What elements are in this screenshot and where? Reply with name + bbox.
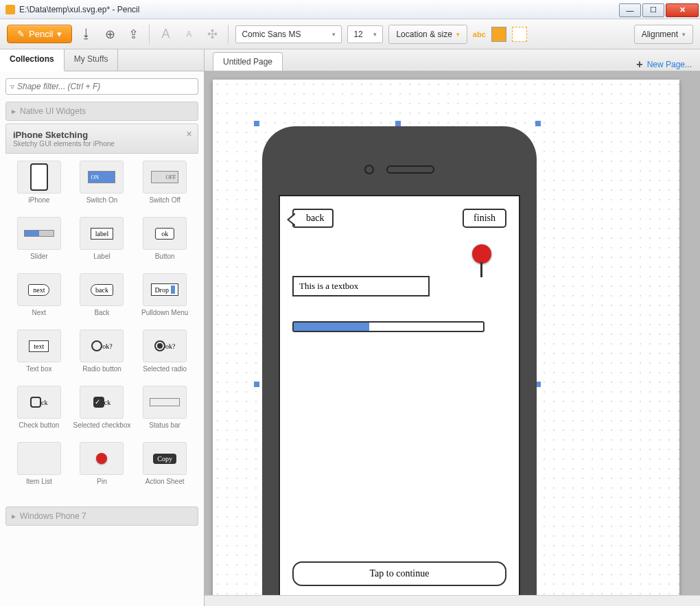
plus-icon: + <box>636 58 642 71</box>
maximize-button[interactable]: ☐ <box>642 3 664 17</box>
location-size-button[interactable]: Location & size ▾ <box>388 25 467 44</box>
page-tabs: Untitled Page + New Page... <box>205 49 700 71</box>
collection-title: iPhone Sketching <box>13 130 191 140</box>
selection-handle-icon[interactable] <box>535 121 541 126</box>
caret-down-icon: ▾ <box>332 31 336 38</box>
shape-switch-on[interactable]: ONSwitch On <box>71 159 133 213</box>
shape-textbox[interactable]: textText box <box>8 328 70 382</box>
tab-collections[interactable]: Collections <box>0 49 65 71</box>
shape-check[interactable]: ckCheck button <box>8 384 70 438</box>
collection-wp7[interactable]: ▸ Windows Phone 7 <box>5 506 198 526</box>
new-page-button[interactable]: + New Page... <box>636 58 692 71</box>
shape-next[interactable]: nextNext <box>8 272 70 325</box>
shape-selected-check[interactable]: ✓ ckSelected checkbox <box>71 384 133 438</box>
caret-down-icon: ▾ <box>373 31 377 38</box>
main-toolbar: ✎ Pencil ▾ ⭳ ⊕ ⇪ A A ✣ Comic Sans MS ▾ 1… <box>0 19 700 49</box>
pencil-label: Pencil <box>29 29 53 39</box>
shape-label[interactable]: labelLabel <box>71 215 133 269</box>
phone-speaker-icon <box>386 165 434 174</box>
close-icon[interactable]: ✕ <box>186 130 192 139</box>
mockup-cta-button[interactable]: Tap to continue <box>292 561 506 586</box>
caret-down-icon: ▾ <box>57 29 62 39</box>
collection-label: Native UI Widgets <box>20 106 86 116</box>
shape-filter-input[interactable] <box>17 82 194 91</box>
horizontal-scrollbar[interactable] <box>205 595 700 606</box>
font-family-combo[interactable]: Comic Sans MS ▾ <box>235 25 342 43</box>
shape-actionsheet[interactable]: CopyAction Sheet <box>134 441 196 494</box>
new-page-label: New Page... <box>647 60 692 69</box>
mockup-pin-icon[interactable] <box>472 244 491 264</box>
font-size-up-icon[interactable]: A <box>156 25 174 43</box>
selection-handle-icon[interactable] <box>395 121 401 126</box>
mockup-textbox[interactable]: This is a textbox <box>292 276 430 296</box>
collection-iphone-sketching[interactable]: iPhone Sketching Sketchy GUI elements fo… <box>5 124 198 154</box>
caret-down-icon: ▾ <box>456 31 460 38</box>
shape-switch-off[interactable]: OFFSwitch Off <box>134 159 196 213</box>
mockup-screen: back finish This is a textbox Tap to con… <box>279 195 520 595</box>
mockup-back-button[interactable]: back <box>292 209 334 228</box>
font-size-value: 12 <box>353 30 362 39</box>
close-button[interactable]: ✕ <box>666 3 699 17</box>
collection-subtitle: Sketchy GUI elements for iPhone <box>13 140 191 148</box>
pencil-menu-button[interactable]: ✎ Pencil ▾ <box>7 25 72 43</box>
selection-handle-icon[interactable] <box>254 382 259 387</box>
tab-mystuffs[interactable]: My Stuffs <box>65 49 119 71</box>
export-icon[interactable]: ⇪ <box>124 25 142 43</box>
canvas-page[interactable]: back finish This is a textbox Tap to con… <box>213 80 679 595</box>
app-icon <box>5 5 15 14</box>
expand-icon: ▸ <box>12 511 16 521</box>
shape-pin[interactable]: Pin <box>71 441 133 494</box>
shape-slider[interactable]: Slider <box>8 215 70 269</box>
mockup-phone[interactable]: back finish This is a textbox Tap to con… <box>262 126 537 595</box>
font-size-combo[interactable]: 12 ▾ <box>347 25 383 43</box>
zoom-reset-icon[interactable]: ⊕ <box>101 25 119 43</box>
pencil-icon: ✎ <box>17 29 25 39</box>
shape-button[interactable]: okButton <box>134 215 196 269</box>
fill-color-swatch[interactable] <box>491 27 506 42</box>
mockup-finish-button[interactable]: finish <box>463 209 506 228</box>
shape-statusbar[interactable]: Status bar <box>134 384 196 438</box>
collection-native-widgets[interactable]: ▸ Native UI Widgets <box>5 102 198 121</box>
alignment-button[interactable]: Alignment ▾ <box>634 25 693 44</box>
expand-icon: ▸ <box>12 106 16 116</box>
stroke-color-swatch[interactable] <box>512 27 527 42</box>
shape-iphone[interactable]: iPhone <box>8 159 70 213</box>
format-paint-icon[interactable]: ✣ <box>203 25 221 43</box>
text-color-label[interactable]: abc <box>473 30 486 38</box>
font-family-value: Comic Sans MS <box>242 30 301 39</box>
shape-pulldown[interactable]: DropPulldown Menu <box>134 272 196 325</box>
shape-radio[interactable]: ok?Radio button <box>71 328 133 382</box>
minimize-button[interactable]: — <box>619 3 641 17</box>
shape-selected-radio[interactable]: ok?Selected radio <box>134 328 196 382</box>
window-title: E:\Data\temp\xul.svg.ep* - Pencil <box>19 5 139 14</box>
collection-label: Windows Phone 7 <box>20 511 86 521</box>
shape-itemlist[interactable]: Item List <box>8 441 70 494</box>
alignment-label: Alignment <box>642 30 678 39</box>
caret-down-icon: ▾ <box>682 31 686 38</box>
shape-back[interactable]: backBack <box>71 272 133 325</box>
font-size-down-icon[interactable]: A <box>180 25 198 43</box>
phone-camera-icon <box>364 165 374 174</box>
save-icon[interactable]: ⭳ <box>78 25 95 43</box>
window-titlebar: E:\Data\temp\xul.svg.ep* - Pencil — ☐ ✕ <box>0 0 700 19</box>
mockup-progress[interactable] <box>292 321 485 332</box>
sidebar: Collections My Stuffs ▿ ▸ Native UI Widg… <box>0 49 205 606</box>
page-tab-untitled[interactable]: Untitled Page <box>213 52 283 71</box>
selection-handle-icon[interactable] <box>254 121 259 126</box>
shape-filter[interactable]: ▿ <box>5 78 198 95</box>
location-size-label: Location & size <box>396 30 452 39</box>
filter-icon: ▿ <box>10 82 14 91</box>
canvas-viewport[interactable]: back finish This is a textbox Tap to con… <box>205 71 700 595</box>
